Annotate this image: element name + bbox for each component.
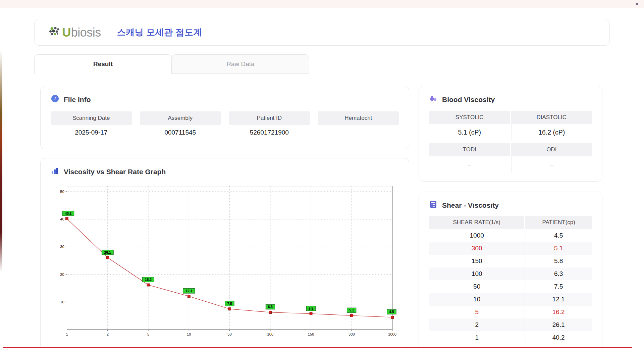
blood-viscosity-title: Blood Viscosity <box>429 94 592 105</box>
bar-chart-icon <box>51 166 59 177</box>
systolic-diastolic-group: SYSTOLIC DIASTOLIC 5.1 (cP) 16.2 (cP) <box>429 111 592 140</box>
svg-text:26.1: 26.1 <box>104 251 111 254</box>
bottom-edge-artifact <box>3 347 632 348</box>
tab-result[interactable]: Result <box>34 54 172 74</box>
shear-rate-cell: 150 <box>429 255 525 267</box>
patient-cell: 40.2 <box>525 331 592 344</box>
patient-column-header: PATIENT(cp) <box>525 216 592 229</box>
logo-letter-u: U <box>62 26 71 39</box>
svg-text:300: 300 <box>348 332 355 336</box>
file-info-title: i File Info <box>51 94 399 105</box>
field-value <box>318 125 399 140</box>
header: Ubiosis 스캐닝 모세관 점도계 <box>34 19 610 46</box>
file-info-card: i File Info Scanning Date 2025-09-17 Ass… <box>40 86 409 149</box>
svg-text:50: 50 <box>60 190 64 194</box>
svg-text:1000: 1000 <box>388 332 396 336</box>
svg-text:7.5: 7.5 <box>227 302 232 306</box>
logo-rest: biosis <box>71 27 101 39</box>
todi-odi-group: TODI ODI – – <box>429 143 592 172</box>
page-title: 스캐닝 모세관 점도계 <box>117 27 202 38</box>
table-row: 140.2 <box>429 331 592 344</box>
logo-mark-icon <box>49 27 61 38</box>
shear-viscosity-table: SHEAR RATE(1/s) PATIENT(cp) 10004.53005.… <box>429 216 592 344</box>
todi-value: – <box>429 156 510 172</box>
shear-rate-cell: 300 <box>429 242 525 255</box>
svg-text:20: 20 <box>60 272 64 277</box>
table-row: 516.2 <box>429 306 592 318</box>
patient-cell: 16.2 <box>525 306 592 318</box>
patient-cell: 7.5 <box>525 280 592 293</box>
info-icon: i <box>51 94 59 105</box>
app-window: Ubiosis 스캐닝 모세관 점도계 Result Raw Data i Fi… <box>34 0 610 349</box>
file-info-fields: Scanning Date 2025-09-17 Assembly 000711… <box>51 111 399 140</box>
field-label: Scanning Date <box>51 111 132 125</box>
svg-text:150: 150 <box>308 332 314 336</box>
field-value: 52601721900 <box>229 125 310 140</box>
svg-text:5: 5 <box>147 332 149 336</box>
systolic-value: 5.1 (cP) <box>429 124 510 140</box>
table-row: 507.5 <box>429 280 592 293</box>
shear-rate-cell: 10 <box>429 293 525 306</box>
table-row: 1012.1 <box>429 293 592 306</box>
svg-text:4.5: 4.5 <box>389 310 394 314</box>
svg-text:i: i <box>54 96 56 101</box>
field-label: Assembly <box>140 111 221 125</box>
tab-bar: Result Raw Data <box>34 54 610 74</box>
svg-text:12.1: 12.1 <box>185 289 192 293</box>
shear-rate-cell: 1000 <box>429 229 525 242</box>
viscosity-chart-svg: 12510501001503001000102030405040.226.116… <box>51 182 399 341</box>
patient-cell: 5.8 <box>525 255 592 267</box>
shear-rate-cell: 2 <box>429 318 525 331</box>
shear-viscosity-title-text: Shear - Viscosity <box>442 201 499 209</box>
odi-value: – <box>511 156 592 172</box>
graph-card: Viscosity vs Shear Rate Graph 1251050100… <box>40 158 409 349</box>
svg-text:5.1: 5.1 <box>349 308 354 312</box>
blood-viscosity-card: Blood Viscosity SYSTOLIC DIASTOLIC 5.1 (… <box>419 86 602 182</box>
svg-text:100: 100 <box>267 332 274 336</box>
svg-text:40: 40 <box>60 217 64 221</box>
logo-text: Ubiosis <box>62 26 101 39</box>
calculator-icon <box>429 200 438 210</box>
diastolic-header: DIASTOLIC <box>511 111 592 124</box>
shear-rate-cell: 1 <box>429 331 525 344</box>
svg-text:2: 2 <box>107 332 109 336</box>
viscosity-chart: 12510501001503001000102030405040.226.116… <box>51 182 399 341</box>
close-icon[interactable]: × <box>635 0 639 8</box>
table-row: 226.1 <box>429 318 592 331</box>
svg-text:6.3: 6.3 <box>268 305 273 309</box>
droplet-icon <box>429 94 438 105</box>
field-label: Patient ID <box>229 111 310 125</box>
ubiosis-logo: Ubiosis <box>49 26 101 39</box>
shear-rate-cell: 100 <box>429 267 525 280</box>
graph-title-text: Viscosity vs Shear Rate Graph <box>64 168 166 176</box>
left-edge-artifact <box>0 50 2 272</box>
odi-header: ODI <box>511 143 592 156</box>
patient-cell: 12.1 <box>525 293 592 306</box>
table-header-row: SHEAR RATE(1/s) PATIENT(cp) <box>429 216 592 229</box>
svg-text:1: 1 <box>66 332 68 336</box>
todi-header: TODI <box>429 143 510 156</box>
field-patient-id: Patient ID 52601721900 <box>229 111 310 140</box>
table-row: 1006.3 <box>429 267 592 280</box>
field-assembly: Assembly 000711545 <box>140 111 221 140</box>
svg-text:50: 50 <box>227 332 231 336</box>
svg-text:10: 10 <box>187 332 191 336</box>
systolic-header: SYSTOLIC <box>429 111 510 124</box>
table-row: 1505.8 <box>429 255 592 267</box>
shear-viscosity-card: Shear - Viscosity SHEAR RATE(1/s) PATIEN… <box>419 192 602 349</box>
field-label: Hematocrit <box>318 111 399 125</box>
file-info-title-text: File Info <box>64 96 91 104</box>
diastolic-value: 16.2 (cP) <box>511 124 592 140</box>
patient-cell: 5.1 <box>525 242 592 255</box>
field-value: 2025-09-17 <box>51 125 132 140</box>
patient-cell: 6.3 <box>525 267 592 280</box>
svg-text:5.8: 5.8 <box>309 307 313 310</box>
svg-text:40.2: 40.2 <box>65 212 71 215</box>
patient-cell: 4.5 <box>525 229 592 242</box>
field-value: 000711545 <box>140 125 221 140</box>
shear-rate-cell: 50 <box>429 280 525 293</box>
field-scanning-date: Scanning Date 2025-09-17 <box>51 111 132 140</box>
blood-viscosity-title-text: Blood Viscosity <box>442 96 495 104</box>
window-titlebar: × <box>0 0 644 8</box>
tab-raw-data[interactable]: Raw Data <box>172 54 309 74</box>
